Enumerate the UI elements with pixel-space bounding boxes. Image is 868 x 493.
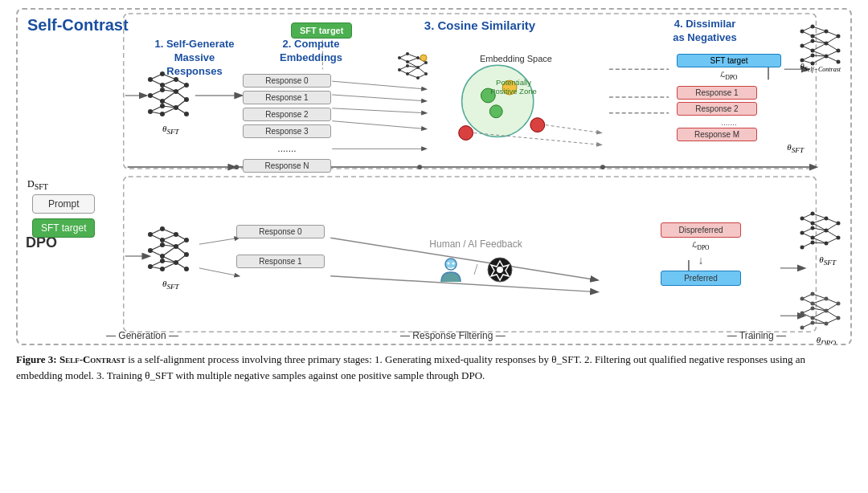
svg-point-199 bbox=[837, 236, 841, 240]
response-box-2: Response 2 bbox=[243, 108, 331, 121]
svg-point-218 bbox=[800, 326, 805, 330]
caption-fig-label: Figure 3: bbox=[16, 353, 57, 365]
svg-point-60 bbox=[160, 71, 165, 76]
svg-point-13 bbox=[459, 126, 473, 141]
svg-line-177 bbox=[813, 218, 826, 223]
svg-line-15 bbox=[474, 133, 601, 145]
svg-point-27 bbox=[234, 165, 239, 169]
svg-line-113 bbox=[826, 36, 838, 43]
svg-line-80 bbox=[407, 67, 418, 74]
diagram-area: Self-Contrast bbox=[16, 8, 852, 345]
svg-point-197 bbox=[825, 242, 829, 246]
svg-line-114 bbox=[826, 43, 838, 51]
theta-sft-bottom-right: θSFT bbox=[819, 255, 836, 267]
dispreferred-box: Dispreferred bbox=[661, 222, 741, 238]
svg-point-127 bbox=[825, 42, 829, 46]
svg-point-59 bbox=[148, 109, 153, 114]
step4-label: 4. Dissimilaras Negatives bbox=[653, 18, 757, 45]
svg-point-224 bbox=[825, 297, 829, 301]
nn-icon-embed bbox=[395, 50, 428, 82]
svg-point-70 bbox=[184, 97, 189, 102]
svg-point-122 bbox=[811, 39, 815, 43]
svg-point-158 bbox=[160, 259, 165, 263]
svg-point-64 bbox=[160, 104, 165, 108]
svg-line-6 bbox=[332, 108, 426, 113]
nn-icon-top bbox=[142, 67, 194, 120]
svg-point-90 bbox=[406, 64, 409, 67]
svg-point-221 bbox=[811, 307, 815, 311]
svg-point-9 bbox=[462, 65, 534, 136]
svg-point-167 bbox=[448, 263, 450, 265]
svg-point-14 bbox=[530, 118, 545, 132]
human-icon bbox=[437, 256, 465, 284]
svg-line-180 bbox=[813, 230, 826, 238]
svg-line-213 bbox=[826, 304, 838, 311]
nn-icon-bottom-left bbox=[142, 222, 194, 275]
svg-point-126 bbox=[825, 30, 829, 34]
svg-line-111 bbox=[813, 56, 826, 63]
feedback-area: Human / AI Feedback / bbox=[411, 238, 540, 284]
filtering-label: — Response Filtering — bbox=[400, 330, 506, 341]
svg-line-214 bbox=[826, 311, 838, 318]
pipeline-labels: — Generation — — Response Filtering — — … bbox=[18, 330, 850, 341]
nn-icon-top-right bbox=[798, 22, 842, 66]
neg-response-1: Response 1 bbox=[677, 86, 757, 100]
svg-line-31 bbox=[199, 238, 240, 244]
svg-point-29 bbox=[600, 165, 605, 169]
sft-target-top: SFT target bbox=[291, 22, 352, 39]
svg-line-16 bbox=[546, 125, 601, 133]
theta-sft-top: θSFT bbox=[162, 124, 179, 136]
svg-point-227 bbox=[837, 302, 841, 306]
generation-label: — Generation — bbox=[106, 330, 178, 341]
svg-line-81 bbox=[407, 74, 418, 78]
svg-point-168 bbox=[452, 263, 455, 265]
svg-point-223 bbox=[811, 321, 815, 325]
svg-point-193 bbox=[811, 236, 815, 240]
neg-response-m: Response M bbox=[677, 128, 757, 141]
svg-point-219 bbox=[811, 292, 815, 296]
svg-point-196 bbox=[825, 229, 829, 233]
svg-point-63 bbox=[160, 99, 165, 104]
svg-point-191 bbox=[811, 222, 815, 226]
svg-point-57 bbox=[148, 77, 153, 82]
svg-point-68 bbox=[174, 105, 178, 110]
svg-point-121 bbox=[811, 35, 815, 39]
theta-sft-bottom-left: θSFT bbox=[162, 279, 179, 291]
svg-point-119 bbox=[800, 59, 805, 63]
svg-point-189 bbox=[800, 246, 805, 250]
main-container: Self-Contrast bbox=[0, 0, 868, 493]
svg-point-164 bbox=[184, 252, 189, 257]
svg-point-58 bbox=[148, 93, 153, 98]
training-label: — Training — bbox=[727, 330, 786, 341]
svg-point-190 bbox=[811, 212, 815, 216]
svg-point-155 bbox=[160, 238, 165, 242]
svg-point-123 bbox=[811, 49, 815, 53]
svg-point-165 bbox=[184, 267, 189, 271]
ppz-label: PotentiallyPositive Zone bbox=[485, 78, 542, 96]
svg-point-217 bbox=[800, 312, 805, 316]
svg-point-228 bbox=[837, 316, 841, 320]
svg-point-124 bbox=[811, 54, 815, 58]
svg-point-220 bbox=[811, 302, 815, 306]
svg-point-170 bbox=[497, 267, 503, 273]
svg-point-117 bbox=[800, 30, 805, 34]
svg-point-163 bbox=[184, 238, 189, 242]
svg-line-142 bbox=[162, 246, 176, 256]
svg-point-61 bbox=[160, 83, 165, 88]
svg-point-93 bbox=[416, 66, 420, 69]
svg-point-157 bbox=[160, 254, 165, 259]
svg-point-62 bbox=[160, 88, 165, 92]
caption: Figure 3: Self-Contrast is a self-alignm… bbox=[16, 352, 852, 384]
svg-point-222 bbox=[811, 316, 815, 320]
svg-point-194 bbox=[811, 241, 815, 245]
svg-point-95 bbox=[424, 61, 428, 64]
svg-point-12 bbox=[489, 105, 502, 118]
svg-point-87 bbox=[398, 68, 401, 71]
svg-point-154 bbox=[160, 226, 165, 231]
svg-point-161 bbox=[174, 244, 178, 249]
dsft-label: DSFT bbox=[27, 178, 48, 191]
svg-line-105 bbox=[813, 31, 826, 36]
svg-point-89 bbox=[406, 60, 409, 63]
theta-dpo: θDPO bbox=[817, 335, 836, 345]
nn-icon-bottom-dpo bbox=[798, 289, 842, 333]
